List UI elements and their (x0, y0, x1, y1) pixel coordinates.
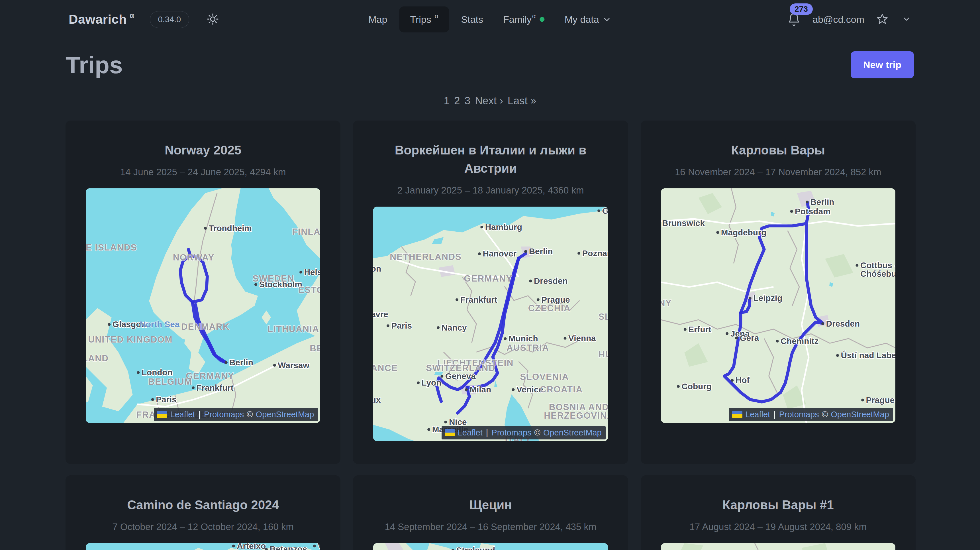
nav-item-map[interactable]: Map (360, 8, 395, 31)
svg-text:LITHUANIA: LITHUANIA (267, 324, 319, 334)
svg-text:NY: NY (661, 298, 672, 308)
nav-item-my-data-label: My data (565, 14, 599, 25)
trip-map[interactable]: HamburgHanoverBerlinPoznanDresdenFrankfu… (373, 207, 608, 441)
svg-text:Ústí nad Labem: Ústí nad Labem (841, 351, 896, 360)
trip-title: Щецин (469, 496, 512, 514)
brand-group: Dawarichα 0.34.0 (68, 11, 221, 28)
trip-card: Camino de Santiago 2024 7 October 2024 –… (65, 475, 340, 550)
svg-text:Vila: Vila (318, 543, 320, 550)
protomaps-link[interactable]: Protomaps (779, 410, 819, 419)
svg-text:ux: ux (373, 395, 381, 404)
new-trip-button[interactable]: New trip (851, 51, 914, 78)
trip-map[interactable]: StralsundLeaflet|Protomaps©OpenStreetMap (373, 543, 608, 550)
trip-dates: 14 September 2024 – 16 September 2024, 4… (385, 521, 596, 532)
openstreetmap-link[interactable]: OpenStreetMap (543, 428, 602, 437)
leaflet-link[interactable]: Leaflet (170, 410, 195, 419)
nav-item-my-data[interactable]: My data (557, 8, 620, 31)
pagination-page-2[interactable]: 2 (454, 95, 460, 107)
sun-icon (206, 13, 220, 27)
svg-text:Brunswick: Brunswick (662, 218, 705, 228)
svg-text:Lyon: Lyon (422, 378, 442, 387)
svg-text:Arteixo: Arteixo (237, 543, 266, 550)
attribution-separator: | (486, 428, 488, 437)
nav-item-family-label: Family (503, 14, 531, 25)
app-name: Dawarich (68, 12, 127, 27)
theme-toggle-button[interactable] (205, 11, 221, 28)
trip-map[interactable]: ArteixoBetanzosCarballoVilaLeaflet|Proto… (86, 543, 320, 550)
trip-title: Карловы Вары #1 (722, 496, 834, 514)
trip-title: Воркейшен в Италии и лыжи в Австрии (373, 141, 608, 177)
svg-text:GERMANY: GERMANY (464, 274, 512, 284)
leaflet-link[interactable]: Leaflet (745, 410, 770, 419)
svg-text:Coburg: Coburg (681, 382, 711, 391)
svg-text:FINLAND: FINLAND (292, 227, 320, 237)
svg-text:Hof: Hof (735, 375, 749, 385)
nav-item-stats[interactable]: Stats (453, 8, 491, 31)
svg-text:Chemnitz: Chemnitz (781, 336, 818, 346)
family-online-dot (540, 17, 545, 22)
svg-text:Milan: Milan (470, 385, 492, 394)
svg-text:avre: avre (373, 309, 388, 319)
svg-text:Nancy: Nancy (442, 323, 467, 332)
nav-item-family[interactable]: Familyα (495, 8, 553, 31)
svg-text:Dresden: Dresden (826, 319, 860, 328)
trip-card: Карловы Вары 16 November 2024 – 17 Novem… (641, 121, 916, 464)
copyright-symbol: © (822, 410, 828, 419)
trip-dates: 2 January 2025 – 18 January 2025, 4360 k… (398, 185, 584, 196)
svg-text:Venice: Venice (517, 385, 543, 394)
leaflet-link[interactable]: Leaflet (458, 428, 483, 437)
family-alpha-badge: α (532, 12, 536, 20)
attribution-separator: | (198, 410, 200, 419)
openstreetmap-link[interactable]: OpenStreetMap (256, 410, 314, 419)
ukraine-flag-icon (732, 411, 742, 418)
pagination-next[interactable]: Next › (475, 95, 503, 107)
pagination-last[interactable]: Last » (508, 95, 536, 107)
trip-dates: 16 November 2024 – 17 November 2024, 852… (675, 167, 881, 177)
star-icon (876, 13, 889, 27)
svg-text:Stralsund: Stralsund (457, 545, 495, 550)
user-menu-toggle[interactable] (900, 13, 913, 26)
trip-map[interactable]: TrondheimStockholmHelsiGlasgowLondonPari… (86, 188, 320, 423)
protomaps-link[interactable]: Protomaps (204, 410, 244, 419)
svg-text:Poznan: Poznan (582, 248, 608, 258)
protomaps-link[interactable]: Protomaps (492, 428, 531, 437)
chevron-down-icon (603, 15, 612, 24)
nav-item-map-label: Map (368, 14, 387, 25)
openstreetmap-link[interactable]: OpenStreetMap (831, 410, 889, 419)
pagination-page-1[interactable]: 1 (444, 95, 450, 107)
svg-text:North Sea: North Sea (140, 319, 180, 329)
svg-text:Erfurt: Erfurt (688, 324, 711, 334)
copyright-symbol: © (535, 428, 541, 437)
favorites-button[interactable] (874, 11, 891, 28)
notifications-button[interactable]: 273 (785, 10, 803, 29)
app-logo[interactable]: Dawarichα (68, 12, 134, 27)
map-attribution: Leaflet|Protomaps©OpenStreetMap (442, 426, 606, 440)
chevron-down-icon (902, 14, 911, 24)
trip-dates: 14 June 2025 – 24 June 2025, 4294 km (120, 167, 286, 177)
trip-dates: 17 August 2024 – 19 August 2024, 809 km (689, 521, 867, 532)
page-header: Trips New trip (0, 39, 980, 78)
nav-item-trips[interactable]: Tripsα (399, 6, 449, 32)
svg-text:Magdeburg: Magdeburg (721, 227, 766, 237)
svg-text:ANCE: ANCE (373, 363, 398, 373)
svg-text:Gera: Gera (740, 333, 759, 343)
svg-text:on: on (373, 264, 381, 273)
svg-text:Berlin: Berlin (229, 358, 253, 367)
svg-text:Helsi: Helsi (304, 267, 320, 277)
notification-count-badge: 273 (790, 3, 813, 15)
trip-map[interactable]: BerlinPotsdamBrunswickMagdeburgCottbus -… (661, 188, 896, 423)
trip-dates: 7 October 2024 – 12 October 2024, 160 km (112, 521, 294, 532)
svg-text:SLOVA: SLOVA (598, 311, 608, 322)
svg-text:BELA: BELA (310, 343, 320, 353)
svg-text:Go: Go (602, 207, 608, 215)
svg-text:Paris: Paris (391, 321, 412, 330)
svg-text:HERZEGOVINA: HERZEGOVINA (544, 411, 608, 421)
pagination-page-3[interactable]: 3 (465, 95, 471, 107)
trips-alpha-badge: α (435, 12, 438, 20)
svg-text:SWEDEN: SWEDEN (253, 274, 294, 284)
svg-text:Berlin: Berlin (810, 197, 834, 206)
svg-text:ESTONIA: ESTONIA (298, 285, 320, 295)
trip-map[interactable]: Leaflet|Protomaps©OpenStreetMap (661, 543, 896, 550)
svg-text:Trondheim: Trondheim (208, 223, 251, 233)
page-title: Trips (65, 53, 123, 77)
